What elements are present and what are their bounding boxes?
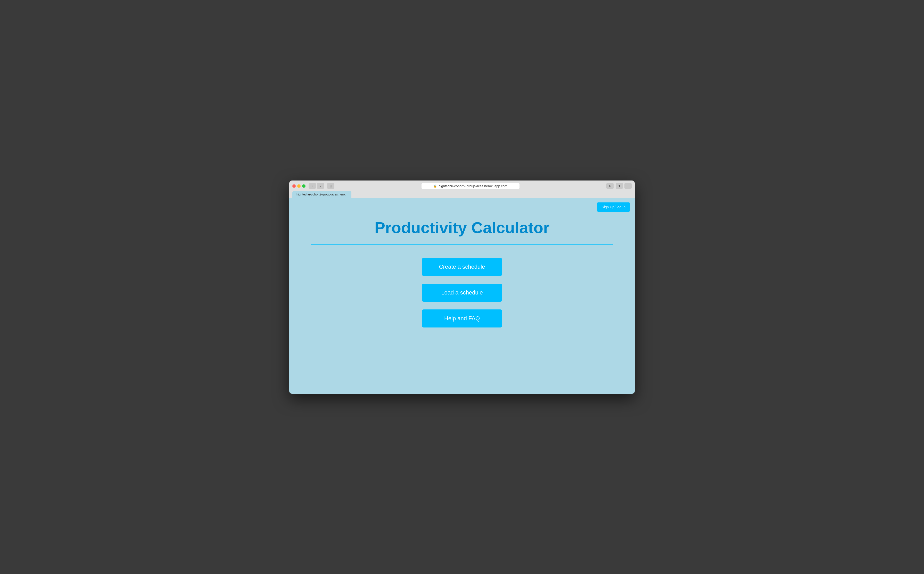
help-faq-button[interactable]: Help and FAQ [422,309,502,328]
create-schedule-button[interactable]: Create a schedule [422,258,502,276]
signup-login-button[interactable]: Sign Up/Log In [597,202,630,212]
tab-label: hightechu-cohort2-group-aces.hero... [296,192,347,196]
browser-window: ‹ › ⊟ 🔒 hightechu-cohort2-group-aces.her… [289,180,635,394]
tab-bar: hightechu-cohort2-group-aces.hero... [292,191,632,198]
divider [311,244,613,245]
back-button[interactable]: ‹ [309,183,316,189]
address-bar[interactable]: 🔒 hightechu-cohort2-group-aces.herokuapp… [422,183,519,189]
page-title: Productivity Calculator [375,218,549,237]
page-content: Sign Up/Log In Productivity Calculator C… [289,198,635,394]
address-bar-container: 🔒 hightechu-cohort2-group-aces.herokuapp… [337,183,604,189]
main-content: Productivity Calculator Create a schedul… [294,218,630,328]
browser-top-bar: ‹ › ⊟ 🔒 hightechu-cohort2-group-aces.her… [292,183,632,189]
active-tab[interactable]: hightechu-cohort2-group-aces.hero... [292,191,351,198]
maximize-traffic-light[interactable] [302,184,305,188]
share-button[interactable]: ⬆ [615,183,623,189]
browser-right-buttons: ⬆ + [615,183,632,189]
url-text: hightechu-cohort2-group-aces.herokuapp.c… [439,184,507,188]
buttons-container: Create a schedule Load a schedule Help a… [294,258,630,328]
nav-buttons: ‹ › [309,183,324,189]
minimize-traffic-light[interactable] [297,184,301,188]
load-schedule-button[interactable]: Load a schedule [422,284,502,302]
reader-view-button[interactable]: ⊟ [327,183,334,189]
close-traffic-light[interactable] [292,184,296,188]
new-tab-button[interactable]: + [625,183,632,189]
lock-icon: 🔒 [433,184,437,188]
browser-chrome: ‹ › ⊟ 🔒 hightechu-cohort2-group-aces.her… [289,180,635,198]
forward-button[interactable]: › [317,183,324,189]
refresh-button[interactable]: ↻ [606,183,614,189]
traffic-lights [292,184,305,188]
